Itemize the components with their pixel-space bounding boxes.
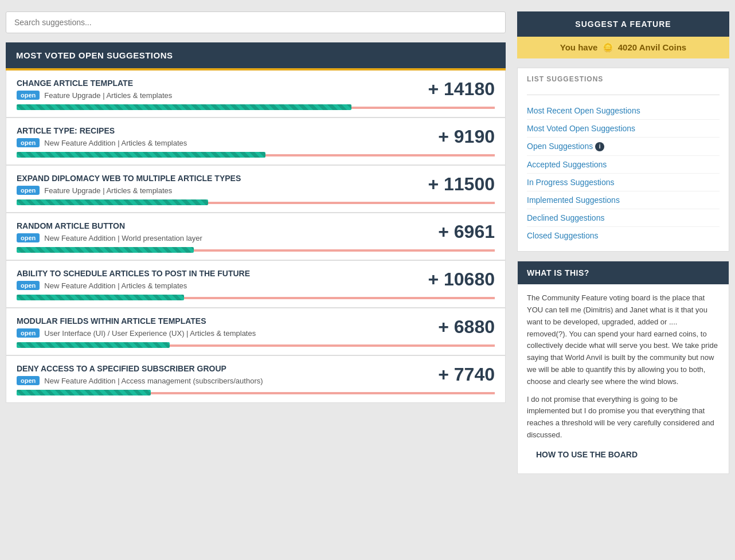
progress-fill	[17, 152, 265, 158]
card-meta-text: New Feature Addition | World presentatio…	[44, 234, 202, 242]
progress-fill	[17, 104, 351, 110]
card-meta-text: Feature Upgrade | Articles & templates	[44, 186, 172, 195]
card-votes: + 6880	[438, 316, 495, 338]
card-title: EXPAND DIPLOMACY WEB TO MULTIPLE ARTICLE…	[17, 174, 416, 183]
card-title: MODULAR FIELDS WITHIN ARTICLE TEMPLATES	[17, 316, 427, 326]
coin-icon: 🪙	[603, 42, 613, 52]
list-label: LIST SUGGESTIONS	[527, 75, 720, 88]
what-is-body: The Community Feature voting board is th…	[518, 284, 729, 473]
progress-bar	[17, 152, 495, 158]
how-to-header: HOW TO USE THE BOARD	[527, 441, 720, 465]
progress-fill	[17, 342, 170, 348]
suggestions-list: CHANGE ARTICLE TEMPLATE open Feature Upg…	[6, 71, 506, 403]
what-is-header: WHAT IS THIS?	[518, 261, 729, 284]
divider	[527, 95, 720, 95]
sidebar-links-container: Most Recent Open SuggestionsMost Voted O…	[527, 102, 720, 244]
sidebar-links-section: LIST SUGGESTIONS Most Recent Open Sugges…	[517, 68, 729, 252]
badge-open: open	[17, 91, 40, 100]
card-votes: + 11500	[428, 174, 495, 195]
progress-fill	[17, 247, 194, 253]
card-votes: + 10680	[428, 269, 495, 290]
coins-bar: You have 🪙 4020 Anvil Coins	[517, 37, 729, 58]
card-votes: + 7740	[438, 364, 495, 385]
card-meta-text: New Feature Addition | Access management…	[44, 377, 263, 385]
badge-open: open	[17, 186, 40, 195]
badge-open: open	[17, 233, 40, 242]
card-meta: open New Feature Addition | Articles & t…	[17, 138, 427, 147]
progress-fill	[17, 390, 151, 395]
progress-fill	[17, 199, 208, 205]
suggestion-card[interactable]: EXPAND DIPLOMACY WEB TO MULTIPLE ARTICLE…	[6, 165, 506, 213]
what-is-text2: I do not promise that everything is goin…	[527, 394, 720, 441]
sidebar-link[interactable]: Open Suggestionsi	[527, 138, 720, 156]
card-meta-text: New Feature Addition | Articles & templa…	[44, 281, 187, 290]
card-meta: open Feature Upgrade | Articles & templa…	[17, 186, 416, 195]
progress-bar	[17, 295, 495, 300]
progress-bar	[17, 342, 495, 348]
card-votes: + 6961	[438, 221, 495, 242]
card-title: ARTICLE TYPE: RECIPES	[17, 126, 427, 135]
what-is-text1: The Community Feature voting board is th…	[527, 292, 720, 387]
what-is-box: WHAT IS THIS? The Community Feature voti…	[517, 261, 729, 474]
progress-bar	[17, 104, 495, 110]
card-meta: open New Feature Addition | World presen…	[17, 233, 427, 242]
sidebar-link[interactable]: Implemented Suggestions	[527, 191, 720, 209]
progress-bar	[17, 390, 495, 395]
card-meta-text: User Interface (UI) / User Experience (U…	[44, 329, 256, 338]
search-input[interactable]	[6, 11, 506, 33]
suggestion-card[interactable]: CHANGE ARTICLE TEMPLATE open Feature Upg…	[6, 71, 506, 118]
card-title: RANDOM ARTICLE BUTTON	[17, 221, 427, 230]
suggestion-card[interactable]: DENY ACCESS TO A SPECIFIED SUBSCRIBER GR…	[6, 355, 506, 403]
badge-open: open	[17, 281, 40, 290]
sidebar-link[interactable]: In Progress Suggestions	[527, 174, 720, 191]
badge-open: open	[17, 328, 40, 338]
sidebar-link[interactable]: Declined Suggestions	[527, 209, 720, 227]
card-title: DENY ACCESS TO A SPECIFIED SUBSCRIBER GR…	[17, 364, 427, 373]
sidebar-link[interactable]: Most Recent Open Suggestions	[527, 102, 720, 120]
progress-bar	[17, 247, 495, 253]
card-votes: + 14180	[428, 79, 495, 100]
suggestion-card[interactable]: MODULAR FIELDS WITHIN ARTICLE TEMPLATES …	[6, 308, 506, 355]
card-title: ABILITY TO SCHEDULE ARTICLES TO POST IN …	[17, 269, 416, 278]
progress-bar	[17, 199, 495, 205]
sidebar: SUGGEST A FEATURE You have 🪙 4020 Anvil …	[517, 11, 729, 483]
card-meta-text: New Feature Addition | Articles & templa…	[44, 139, 187, 147]
info-icon: i	[595, 142, 604, 151]
suggest-feature-button[interactable]: SUGGEST A FEATURE	[517, 11, 729, 37]
suggestion-card[interactable]: ABILITY TO SCHEDULE ARTICLES TO POST IN …	[6, 260, 506, 308]
card-meta: open User Interface (UI) / User Experien…	[17, 328, 427, 338]
sidebar-link[interactable]: Most Voted Open Suggestions	[527, 120, 720, 138]
suggestion-card[interactable]: RANDOM ARTICLE BUTTON open New Feature A…	[6, 213, 506, 260]
card-meta-text: Feature Upgrade | Articles & templates	[44, 91, 172, 100]
card-meta: open New Feature Addition | Articles & t…	[17, 281, 416, 290]
section-header: MOST VOTED OPEN SUGGESTIONS	[6, 42, 506, 71]
section-title: MOST VOTED OPEN SUGGESTIONS	[16, 50, 173, 60]
badge-open: open	[17, 376, 40, 385]
suggestion-card[interactable]: ARTICLE TYPE: RECIPES open New Feature A…	[6, 118, 506, 165]
main-column: MOST VOTED OPEN SUGGESTIONS CHANGE ARTIC…	[6, 11, 506, 483]
card-meta: open New Feature Addition | Access manag…	[17, 376, 427, 385]
sidebar-link[interactable]: Closed Suggestions	[527, 227, 720, 244]
progress-fill	[17, 295, 184, 300]
card-votes: + 9190	[438, 126, 495, 147]
sidebar-link[interactable]: Accepted Suggestions	[527, 156, 720, 174]
card-title: CHANGE ARTICLE TEMPLATE	[17, 79, 416, 88]
badge-open: open	[17, 138, 40, 147]
card-meta: open Feature Upgrade | Articles & templa…	[17, 91, 416, 100]
